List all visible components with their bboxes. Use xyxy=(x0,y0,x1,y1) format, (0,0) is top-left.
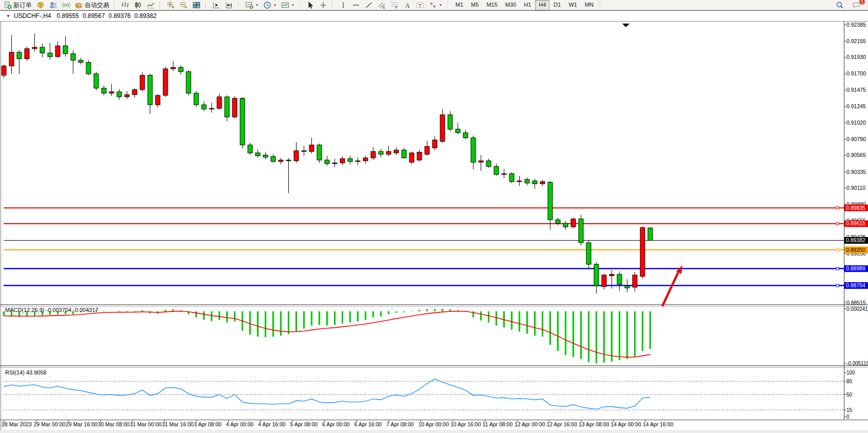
svg-text:0.89250: 0.89250 xyxy=(846,247,865,253)
text-button[interactable]: A xyxy=(401,1,413,10)
svg-text:4 Apr 16:00: 4 Apr 16:00 xyxy=(258,421,286,427)
arrows-button[interactable]: ▼ xyxy=(427,1,444,10)
periods-icon xyxy=(263,1,271,9)
svg-text:-0.005115: -0.005115 xyxy=(846,361,868,366)
svg-text:14 Apr 16:00: 14 Apr 16:00 xyxy=(643,421,674,427)
fibonacci-retracement-button[interactable]: F xyxy=(388,1,401,10)
text-label-icon: T xyxy=(416,1,424,9)
instruments-button[interactable] xyxy=(34,1,47,10)
timeframe-m5-button[interactable]: M5 xyxy=(467,0,482,10)
chart-canvas[interactable]: 0.923850.921550.919300.917000.914750.912… xyxy=(0,0,868,433)
trend-line-icon xyxy=(365,1,373,9)
main-toolbar: 新订单自动交易▼▼▼EFAT▼M1M5M15M30H1H4D1W1MN1 xyxy=(0,0,868,10)
svg-text:14 Apr 00:00: 14 Apr 00:00 xyxy=(611,421,642,427)
vertical-line-icon xyxy=(339,1,347,9)
notifications-button[interactable]: 1 xyxy=(850,1,862,10)
periods-button[interactable]: ▼ xyxy=(261,1,279,10)
cursor-icon xyxy=(306,1,314,9)
toolbar-separator xyxy=(205,2,208,9)
chart-line-button[interactable] xyxy=(145,1,157,10)
chart-background xyxy=(0,0,868,433)
svg-text:0.89382: 0.89382 xyxy=(846,237,865,243)
timeframe-w1-button[interactable]: W1 xyxy=(565,0,581,10)
svg-text:0.88989: 0.88989 xyxy=(846,265,865,271)
profiles-button[interactable] xyxy=(47,1,60,10)
svg-text:12 Apr 16:00: 12 Apr 16:00 xyxy=(547,421,578,427)
svg-text:29 Mar 16:00: 29 Mar 16:00 xyxy=(66,421,97,427)
signals-icon xyxy=(62,1,70,9)
templates-icon xyxy=(281,1,289,9)
chart-shift-button[interactable] xyxy=(210,1,223,10)
zoom-in-button[interactable] xyxy=(165,1,177,10)
timeframe-m15-button[interactable]: M15 xyxy=(483,0,501,10)
new-order-button[interactable]: 新订单 xyxy=(2,1,34,10)
timeframe-d1-button[interactable]: D1 xyxy=(550,0,564,10)
fibonacci-retracement-icon: F xyxy=(390,1,399,9)
search-button[interactable] xyxy=(834,1,846,10)
timeframe-h4-button[interactable]: H4 xyxy=(535,0,549,10)
notification-badge: 1 xyxy=(859,0,865,5)
profiles-icon xyxy=(49,1,57,9)
svg-text:0.90110: 0.90110 xyxy=(846,185,865,191)
svg-text:A: A xyxy=(405,2,410,9)
svg-text:13 Apr 08:00: 13 Apr 08:00 xyxy=(579,421,609,427)
svg-text:31 Mar 16:00: 31 Mar 16:00 xyxy=(162,421,194,427)
svg-text:12 Apr 00:00: 12 Apr 00:00 xyxy=(515,421,545,427)
trading-platform-window: { "toolbar": { "items": [ {"name":"new-o… xyxy=(0,0,868,433)
auto-scroll-button[interactable] xyxy=(223,1,235,10)
cursor-button[interactable] xyxy=(304,1,317,10)
timeframe-mn-button[interactable]: MN xyxy=(581,0,597,10)
time-axis[interactable]: 28 Mar 202329 Mar 00:0029 Mar 16:0030 Ma… xyxy=(2,420,674,428)
templates-button[interactable]: ▼ xyxy=(279,1,297,10)
search-icon xyxy=(836,1,844,9)
svg-text:0.88515: 0.88515 xyxy=(846,300,866,306)
timeframe-m1-button[interactable]: M1 xyxy=(452,0,467,10)
instruments-icon xyxy=(36,1,45,9)
toolbar-separator xyxy=(600,2,602,9)
svg-text:0.92385: 0.92385 xyxy=(846,22,866,28)
auto-trading-button[interactable]: 自动交易 xyxy=(73,1,111,10)
toolbar-separator xyxy=(238,2,241,9)
chart-bars-icon xyxy=(121,1,129,9)
chevron-down-icon: ▼ xyxy=(439,4,442,7)
tile-windows-button[interactable] xyxy=(190,1,203,10)
zoom-in-icon xyxy=(167,1,175,9)
horizontal-line-button[interactable] xyxy=(350,1,362,10)
crosshair-button[interactable] xyxy=(317,1,329,10)
svg-text:80: 80 xyxy=(846,379,853,384)
svg-text:0: 0 xyxy=(846,414,850,420)
svg-text:0.89615: 0.89615 xyxy=(846,220,865,226)
chevron-down-icon: ▼ xyxy=(273,4,277,7)
vertical-line-button[interactable] xyxy=(337,1,349,10)
text-label-button[interactable]: T xyxy=(414,1,426,10)
trend-line-button[interactable] xyxy=(363,1,375,10)
signals-button[interactable] xyxy=(60,1,72,10)
chart-candles-button[interactable] xyxy=(132,1,144,10)
svg-text:6 Apr 16:00: 6 Apr 16:00 xyxy=(354,421,382,427)
chart-shift-icon xyxy=(212,1,221,9)
zoom-out-button[interactable] xyxy=(177,1,190,10)
rsi-label: RSI(14) 43.9058 xyxy=(5,369,47,376)
svg-text:6 Apr 00:00: 6 Apr 00:00 xyxy=(322,421,350,427)
svg-text:4 Apr 00:00: 4 Apr 00:00 xyxy=(226,421,254,427)
toolbar-right-group: 1 xyxy=(834,1,866,10)
equidistant-channel-button[interactable]: E xyxy=(376,1,388,10)
svg-text:F: F xyxy=(395,6,397,9)
horizontal-line-icon xyxy=(352,1,360,9)
tile-windows-icon xyxy=(192,1,201,9)
svg-text:0.91245: 0.91245 xyxy=(846,103,866,109)
chart-bars-button[interactable] xyxy=(119,1,131,10)
svg-text:0.90335: 0.90335 xyxy=(846,169,866,175)
new-chart-button[interactable]: ▼ xyxy=(243,1,261,10)
auto-trading-icon xyxy=(75,1,83,9)
timeframe-m30-button[interactable]: M30 xyxy=(502,0,520,10)
svg-text:100: 100 xyxy=(846,370,855,376)
chevron-down-icon: ▼ xyxy=(255,4,259,7)
timeframe-h1-button[interactable]: H1 xyxy=(520,0,535,10)
zoom-out-icon xyxy=(180,1,188,9)
chart-collapse-icon[interactable]: ▼ xyxy=(6,14,10,18)
chart-high-value: 0.89567 xyxy=(83,12,105,19)
svg-text:31 Mar 00:00: 31 Mar 00:00 xyxy=(130,421,162,427)
auto-scroll-icon xyxy=(225,1,233,9)
svg-text:0.92155: 0.92155 xyxy=(846,38,866,44)
